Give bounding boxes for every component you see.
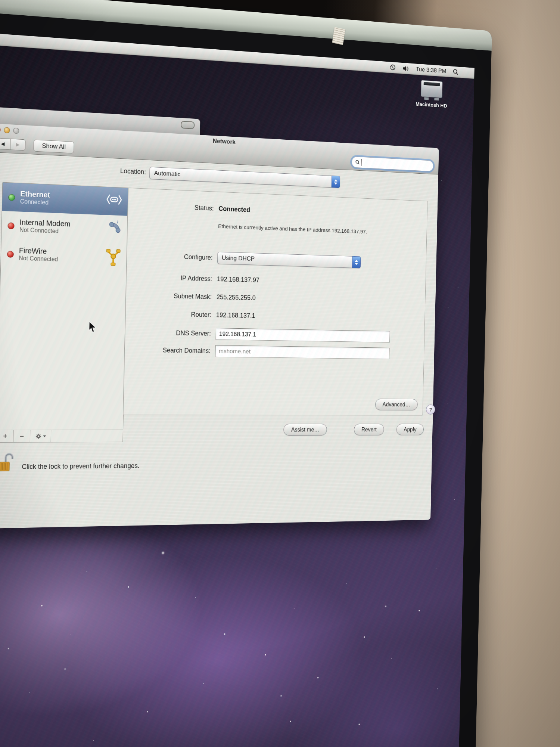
remove-service-button[interactable]: − [13,430,30,442]
search-icon [355,159,360,165]
macintosh-hd-desktop-icon[interactable]: Macintosh HD [411,79,452,109]
router-value: 192.168.137.1 [216,311,255,320]
apply-button[interactable]: Apply [396,424,424,436]
action-menu-button[interactable] [30,430,52,442]
back-button[interactable]: ◀ [0,138,10,149]
service-row-firewire[interactable]: FireWire Not Connected [1,239,127,272]
search-input[interactable] [361,159,430,169]
phone-icon [106,220,122,238]
status-led-green [8,194,15,201]
status-label: Status: [128,201,214,213]
toolbar-capsule-button[interactable] [181,121,195,129]
photo-scene: Tue 3:38 PM Macintosh HD [0,0,560,747]
monitor: Tue 3:38 PM Macintosh HD [0,0,492,747]
lock-hint-text: Click the lock to prevent further change… [22,462,140,472]
window-title: Network [212,137,236,146]
list-bar-spacer [51,430,123,442]
dns-server-input[interactable] [216,330,389,340]
location-value: Automatic [150,169,332,185]
search-domains-label: Search Domains: [125,346,211,355]
status-led-red [7,222,14,229]
dns-server-field[interactable] [215,328,390,342]
unlocked-padlock-icon[interactable] [0,452,16,472]
close-button[interactable] [0,127,1,133]
volume-icon[interactable] [402,65,410,72]
subnet-mask-value: 255.255.255.0 [217,294,256,302]
time-machine-icon[interactable] [390,64,396,71]
add-service-button[interactable]: + [0,430,14,442]
configure-value: Using DHCP [218,254,352,266]
status-description: Ethernet is currently active and has the… [218,222,371,236]
network-window: Network ◀ ▶ Show All [0,123,439,529]
status-value: Connected [218,205,250,214]
gear-icon [35,433,41,439]
configure-label: Configure: [127,251,212,261]
router-label: Router: [125,309,211,319]
configure-popup[interactable]: Using DHCP [217,252,361,268]
service-row-internal-modem[interactable]: Internal Modem Not Connected [1,211,128,244]
dns-server-label: DNS Server: [125,328,211,337]
popup-stepper-icon [332,176,340,188]
caret-down-icon [43,435,46,437]
revert-button[interactable]: Revert [354,424,384,436]
sticker [332,27,345,45]
firewire-icon [105,247,121,267]
ip-address-label: IP Address: [126,273,212,283]
minimize-button[interactable] [4,127,10,133]
service-row-ethernet[interactable]: Ethernet Connected [2,183,128,216]
help-button[interactable]: ? [426,405,435,415]
popup-stepper-icon [352,256,361,269]
forward-button: ▶ [10,139,25,150]
hd-label: Macintosh HD [411,100,452,109]
spotlight-icon[interactable] [452,68,459,76]
hard-drive-feet [424,97,439,100]
status-led-red [7,251,14,258]
ethernet-icon [106,193,122,208]
hard-drive-icon [421,80,442,98]
show-all-button[interactable]: Show All [33,139,74,153]
subnet-mask-label: Subnet Mask: [126,291,212,301]
search-field[interactable] [351,156,433,171]
menubar-clock[interactable]: Tue 3:38 PM [416,66,447,75]
ip-address-value: 192.168.137.97 [217,275,259,284]
list-action-bar: + − [0,430,123,442]
zoom-button-disabled [13,128,19,134]
screen: Tue 3:38 PM Macintosh HD [0,33,475,747]
assist-me-button[interactable]: Assist me… [283,424,327,436]
window-content: Location: Automatic Ethernet Connected [0,152,438,529]
detail-pane: Status: Connected Ethernet is currently … [123,187,427,415]
mouse-cursor [88,321,98,335]
search-domains-field[interactable] [215,345,389,359]
advanced-button[interactable]: Advanced… [375,399,418,410]
search-domains-input[interactable] [215,347,389,357]
back-forward-control: ◀ ▶ [0,138,26,151]
services-list: Ethernet Connected [0,182,129,443]
location-label: Location: [120,167,146,176]
location-popup[interactable]: Automatic [149,167,340,188]
